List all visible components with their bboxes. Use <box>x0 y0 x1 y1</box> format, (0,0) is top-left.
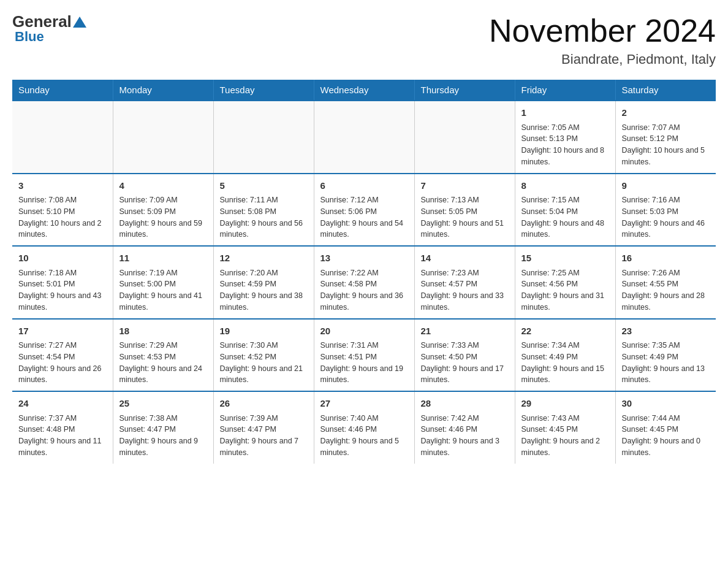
calendar-cell: 13Sunrise: 7:22 AM Sunset: 4:58 PM Dayli… <box>314 246 414 319</box>
calendar-cell: 22Sunrise: 7:34 AM Sunset: 4:49 PM Dayli… <box>515 319 615 392</box>
calendar-week-row: 10Sunrise: 7:18 AM Sunset: 5:01 PM Dayli… <box>12 246 716 319</box>
calendar-week-row: 24Sunrise: 7:37 AM Sunset: 4:48 PM Dayli… <box>12 391 716 464</box>
day-number: 10 <box>18 251 107 266</box>
calendar-cell: 12Sunrise: 7:20 AM Sunset: 4:59 PM Dayli… <box>213 246 314 319</box>
calendar-cell: 8Sunrise: 7:15 AM Sunset: 5:04 PM Daylig… <box>515 174 615 247</box>
day-number: 2 <box>622 106 710 120</box>
day-number: 5 <box>220 179 308 193</box>
day-number: 11 <box>119 251 207 266</box>
day-info: Sunrise: 7:16 AM Sunset: 5:03 PM Dayligh… <box>622 194 710 240</box>
day-info: Sunrise: 7:39 AM Sunset: 4:47 PM Dayligh… <box>220 413 308 459</box>
day-info: Sunrise: 7:05 AM Sunset: 5:13 PM Dayligh… <box>521 122 609 168</box>
calendar-cell <box>113 101 213 174</box>
day-info: Sunrise: 7:25 AM Sunset: 4:56 PM Dayligh… <box>521 267 609 313</box>
page-header: General Blue November 2024 Biandrate, Pi… <box>12 12 716 67</box>
calendar-cell <box>414 101 515 174</box>
calendar-cell: 29Sunrise: 7:43 AM Sunset: 4:45 PM Dayli… <box>515 391 615 464</box>
calendar-cell: 26Sunrise: 7:39 AM Sunset: 4:47 PM Dayli… <box>213 391 314 464</box>
day-info: Sunrise: 7:18 AM Sunset: 5:01 PM Dayligh… <box>18 267 107 313</box>
calendar-cell: 1Sunrise: 7:05 AM Sunset: 5:13 PM Daylig… <box>515 101 615 174</box>
calendar-cell <box>314 101 414 174</box>
day-number: 23 <box>622 324 710 339</box>
day-number: 21 <box>421 324 509 339</box>
month-title: November 2024 <box>489 12 716 49</box>
day-number: 1 <box>521 106 609 120</box>
day-number: 4 <box>119 179 207 193</box>
day-number: 27 <box>320 397 408 411</box>
calendar-cell: 28Sunrise: 7:42 AM Sunset: 4:46 PM Dayli… <box>414 391 515 464</box>
calendar-cell: 11Sunrise: 7:19 AM Sunset: 5:00 PM Dayli… <box>113 246 213 319</box>
day-info: Sunrise: 7:33 AM Sunset: 4:50 PM Dayligh… <box>421 340 509 386</box>
day-info: Sunrise: 7:37 AM Sunset: 4:48 PM Dayligh… <box>18 413 107 459</box>
calendar-cell: 10Sunrise: 7:18 AM Sunset: 5:01 PM Dayli… <box>12 246 113 319</box>
day-info: Sunrise: 7:29 AM Sunset: 4:53 PM Dayligh… <box>119 340 207 386</box>
logo-blue: Blue <box>15 29 44 45</box>
day-info: Sunrise: 7:23 AM Sunset: 4:57 PM Dayligh… <box>421 267 509 313</box>
day-number: 9 <box>622 179 710 193</box>
day-info: Sunrise: 7:38 AM Sunset: 4:47 PM Dayligh… <box>119 413 207 459</box>
calendar-cell: 17Sunrise: 7:27 AM Sunset: 4:54 PM Dayli… <box>12 319 113 392</box>
day-number: 14 <box>421 251 509 266</box>
day-info: Sunrise: 7:27 AM Sunset: 4:54 PM Dayligh… <box>18 340 107 386</box>
calendar-cell: 2Sunrise: 7:07 AM Sunset: 5:12 PM Daylig… <box>615 101 716 174</box>
calendar-cell: 19Sunrise: 7:30 AM Sunset: 4:52 PM Dayli… <box>213 319 314 392</box>
day-number: 22 <box>521 324 609 339</box>
calendar-cell: 9Sunrise: 7:16 AM Sunset: 5:03 PM Daylig… <box>615 174 716 247</box>
day-number: 19 <box>220 324 308 339</box>
day-info: Sunrise: 7:13 AM Sunset: 5:05 PM Dayligh… <box>421 194 509 240</box>
logo-icon <box>73 15 86 29</box>
day-number: 28 <box>421 397 509 411</box>
day-info: Sunrise: 7:19 AM Sunset: 5:00 PM Dayligh… <box>119 267 207 313</box>
calendar-cell: 7Sunrise: 7:13 AM Sunset: 5:05 PM Daylig… <box>414 174 515 247</box>
calendar-cell: 14Sunrise: 7:23 AM Sunset: 4:57 PM Dayli… <box>414 246 515 319</box>
calendar-cell: 20Sunrise: 7:31 AM Sunset: 4:51 PM Dayli… <box>314 319 414 392</box>
day-info: Sunrise: 7:26 AM Sunset: 4:55 PM Dayligh… <box>622 267 710 313</box>
day-number: 25 <box>119 397 207 411</box>
day-info: Sunrise: 7:12 AM Sunset: 5:06 PM Dayligh… <box>320 194 408 240</box>
calendar-cell: 16Sunrise: 7:26 AM Sunset: 4:55 PM Dayli… <box>615 246 716 319</box>
day-info: Sunrise: 7:20 AM Sunset: 4:59 PM Dayligh… <box>220 267 308 313</box>
title-block: November 2024 Biandrate, Piedmont, Italy <box>489 12 716 67</box>
day-number: 29 <box>521 397 609 411</box>
calendar-cell: 27Sunrise: 7:40 AM Sunset: 4:46 PM Dayli… <box>314 391 414 464</box>
day-of-week-header: Friday <box>515 80 615 101</box>
calendar-cell: 5Sunrise: 7:11 AM Sunset: 5:08 PM Daylig… <box>213 174 314 247</box>
svg-marker-0 <box>73 17 86 28</box>
day-number: 20 <box>320 324 408 339</box>
day-info: Sunrise: 7:09 AM Sunset: 5:09 PM Dayligh… <box>119 194 207 240</box>
day-of-week-header: Thursday <box>414 80 515 101</box>
calendar-cell: 30Sunrise: 7:44 AM Sunset: 4:45 PM Dayli… <box>615 391 716 464</box>
calendar-cell: 18Sunrise: 7:29 AM Sunset: 4:53 PM Dayli… <box>113 319 213 392</box>
day-of-week-header: Tuesday <box>213 80 314 101</box>
calendar-header-row: SundayMondayTuesdayWednesdayThursdayFrid… <box>12 80 716 101</box>
day-of-week-header: Wednesday <box>314 80 414 101</box>
calendar-cell: 4Sunrise: 7:09 AM Sunset: 5:09 PM Daylig… <box>113 174 213 247</box>
day-info: Sunrise: 7:34 AM Sunset: 4:49 PM Dayligh… <box>521 340 609 386</box>
day-number: 15 <box>521 251 609 266</box>
day-info: Sunrise: 7:08 AM Sunset: 5:10 PM Dayligh… <box>18 194 107 240</box>
day-info: Sunrise: 7:43 AM Sunset: 4:45 PM Dayligh… <box>521 413 609 459</box>
day-number: 8 <box>521 179 609 193</box>
calendar-week-row: 1Sunrise: 7:05 AM Sunset: 5:13 PM Daylig… <box>12 101 716 174</box>
day-number: 26 <box>220 397 308 411</box>
calendar-week-row: 3Sunrise: 7:08 AM Sunset: 5:10 PM Daylig… <box>12 174 716 247</box>
calendar-cell: 25Sunrise: 7:38 AM Sunset: 4:47 PM Dayli… <box>113 391 213 464</box>
calendar-cell: 21Sunrise: 7:33 AM Sunset: 4:50 PM Dayli… <box>414 319 515 392</box>
day-of-week-header: Monday <box>113 80 213 101</box>
day-of-week-header: Saturday <box>615 80 716 101</box>
day-info: Sunrise: 7:40 AM Sunset: 4:46 PM Dayligh… <box>320 413 408 459</box>
day-info: Sunrise: 7:35 AM Sunset: 4:49 PM Dayligh… <box>622 340 710 386</box>
day-number: 13 <box>320 251 408 266</box>
calendar-cell <box>213 101 314 174</box>
day-number: 7 <box>421 179 509 193</box>
calendar-week-row: 17Sunrise: 7:27 AM Sunset: 4:54 PM Dayli… <box>12 319 716 392</box>
day-info: Sunrise: 7:42 AM Sunset: 4:46 PM Dayligh… <box>421 413 509 459</box>
day-number: 16 <box>622 251 710 266</box>
day-number: 18 <box>119 324 207 339</box>
calendar-cell: 24Sunrise: 7:37 AM Sunset: 4:48 PM Dayli… <box>12 391 113 464</box>
logo: General Blue <box>12 12 86 45</box>
day-info: Sunrise: 7:44 AM Sunset: 4:45 PM Dayligh… <box>622 413 710 459</box>
day-number: 24 <box>18 397 107 411</box>
day-number: 17 <box>18 324 107 339</box>
day-info: Sunrise: 7:22 AM Sunset: 4:58 PM Dayligh… <box>320 267 408 313</box>
